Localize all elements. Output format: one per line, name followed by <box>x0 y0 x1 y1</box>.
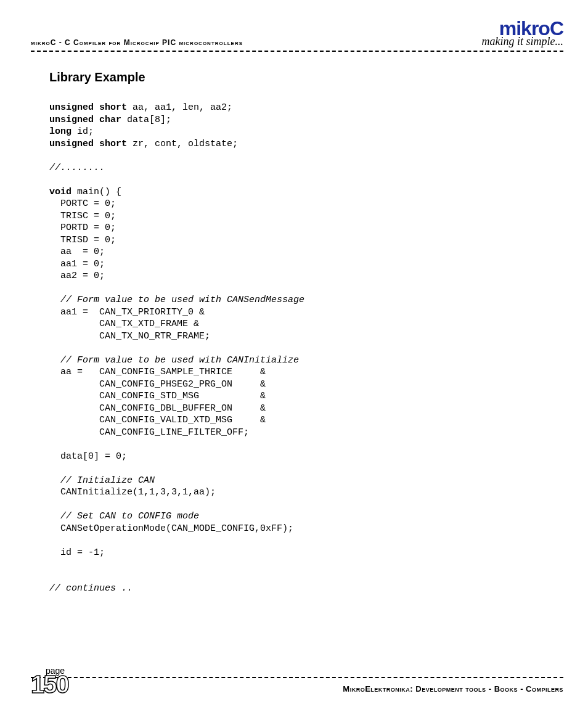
code-block: unsigned short aa, aa1, len, aa2; unsign… <box>49 102 557 595</box>
code-keyword: unsigned char <box>49 115 121 125</box>
code-text: CAN_TX_XTD_FRAME & <box>49 319 199 329</box>
code-keyword: unsigned short <box>49 102 127 113</box>
code-comment: // Set CAN to CONFIG mode <box>49 511 199 522</box>
code-text: TRISD = 0; <box>49 235 116 245</box>
code-text: main() { <box>71 187 121 197</box>
footer-divider <box>31 677 563 678</box>
code-text: TRISC = 0; <box>49 211 116 221</box>
code-text: CAN_CONFIG_VALID_XTD_MSG & <box>49 415 266 425</box>
page-footer: page 150 MikroElektronika: Development t… <box>31 666 563 694</box>
header-right: mikroC making it simple... <box>482 18 564 47</box>
code-text: PORTD = 0; <box>49 223 116 233</box>
code-comment: // continues .. <box>49 583 133 594</box>
footer-text: MikroElektronika: Development tools - Bo… <box>31 684 563 694</box>
page-header: mikroC - C Compiler for Microchip PIC mi… <box>31 18 563 47</box>
code-keyword: unsigned short <box>49 139 127 149</box>
code-text: CAN_CONFIG_DBL_BUFFER_ON & <box>49 403 266 414</box>
code-text: aa, aa1, len, aa2; <box>127 102 232 113</box>
page-label: page <box>46 666 563 676</box>
code-text: CAN_CONFIG_STD_MSG & <box>49 391 266 401</box>
code-text: CANSetOperationMode(CAN_MODE_CONFIG,0xFF… <box>49 523 293 534</box>
code-comment: //........ <box>49 163 105 173</box>
code-comment: // Initialize CAN <box>49 475 155 486</box>
code-comment: // Form value to be used with CANSendMes… <box>49 295 304 305</box>
code-text: CAN_TX_NO_RTR_FRAME; <box>49 331 210 342</box>
code-text: aa1 = 0; <box>49 259 105 269</box>
code-text: aa = 0; <box>49 247 105 257</box>
code-text: id = -1; <box>49 547 105 558</box>
page-number: 150 <box>31 671 68 698</box>
header-left-text: mikroC - C Compiler for Microchip PIC mi… <box>31 38 243 47</box>
code-text: CAN_CONFIG_LINE_FILTER_OFF; <box>49 427 249 438</box>
code-text: PORTC = 0; <box>49 198 116 209</box>
code-text: aa1 = CAN_TX_PRIORITY_0 & <box>49 307 205 317</box>
header-divider <box>31 51 563 52</box>
code-keyword: void <box>49 187 71 197</box>
code-text: CANInitialize(1,1,3,3,1,aa); <box>49 487 216 497</box>
tagline: making it simple... <box>482 36 564 47</box>
content-area: Library Example unsigned short aa, aa1, … <box>31 70 563 595</box>
code-text: aa = CAN_CONFIG_SAMPLE_THRICE & <box>49 367 266 377</box>
code-text: CAN_CONFIG_PHSEG2_PRG_ON & <box>49 379 266 390</box>
code-keyword: long <box>49 126 71 137</box>
section-title: Library Example <box>49 70 557 84</box>
code-text: data[8]; <box>121 115 171 125</box>
code-text: id; <box>71 126 94 137</box>
code-text: aa2 = 0; <box>49 271 105 281</box>
code-comment: // Form value to be used with CANInitial… <box>49 355 299 366</box>
code-text: zr, cont, oldstate; <box>127 139 238 149</box>
code-text: data[0] = 0; <box>49 451 127 462</box>
